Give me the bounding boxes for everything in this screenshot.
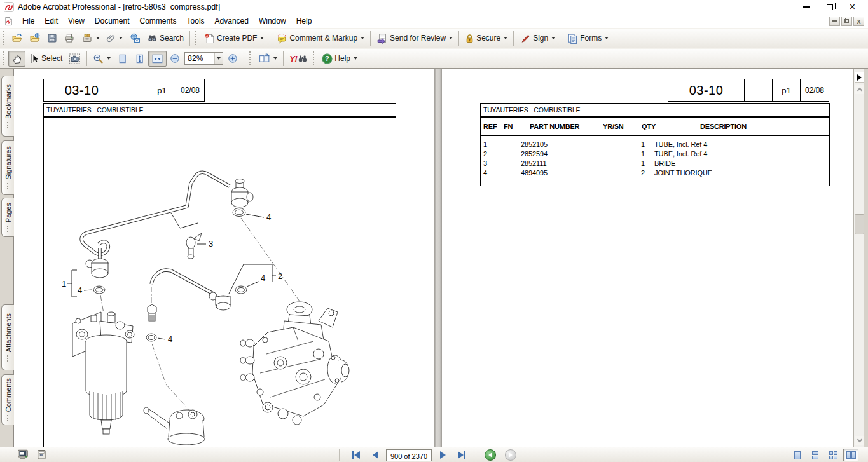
- search-button[interactable]: Search: [144, 31, 187, 46]
- zoom-level-caret[interactable]: [214, 53, 223, 64]
- back-arrow-icon: [488, 452, 492, 458]
- hand-tool-button[interactable]: [8, 51, 25, 67]
- open-button[interactable]: [8, 31, 26, 46]
- page-indicator-input[interactable]: [387, 451, 431, 461]
- attach-dropdown-caret: [119, 37, 123, 39]
- document-area[interactable]: 03-10 p1 02/08 TUYAUTERIES - COMBUSTIBLE: [14, 69, 853, 447]
- create-pdf-button[interactable]: Create PDF: [201, 31, 267, 46]
- open-folder-icon: [11, 33, 23, 43]
- fit-page-icon: [134, 53, 145, 64]
- menu-comments[interactable]: Comments: [135, 15, 182, 27]
- menu-advanced[interactable]: Advanced: [210, 15, 254, 27]
- print-button[interactable]: [60, 31, 78, 46]
- continuous-icon: [812, 451, 818, 459]
- next-page-button[interactable]: [436, 449, 450, 461]
- doc-restore-button[interactable]: [841, 17, 852, 26]
- comment-markup-caret: [361, 37, 364, 39]
- callout-4: 4: [266, 212, 271, 222]
- fit-page-button[interactable]: [131, 51, 148, 67]
- single-page-button[interactable]: [790, 449, 805, 461]
- toolbar-grip[interactable]: [3, 31, 5, 45]
- forms-button[interactable]: Forms: [564, 31, 612, 46]
- email-globe-icon: [129, 33, 141, 43]
- menu-help[interactable]: Help: [291, 15, 317, 27]
- menu-document[interactable]: Document: [90, 15, 135, 27]
- doc-minimize-button[interactable]: [829, 17, 840, 26]
- page-divider: [434, 69, 442, 447]
- zoom-out-button[interactable]: [167, 51, 183, 66]
- yahoo-search-button[interactable]: Y!: [286, 53, 310, 65]
- pdf-page-left: 03-10 p1 02/08 TUYAUTERIES - COMBUSTIBLE: [14, 69, 434, 447]
- previous-page-button[interactable]: [368, 449, 382, 461]
- send-review-button[interactable]: Send for Review: [373, 31, 456, 46]
- zoom-level-combo: [184, 52, 223, 65]
- continuous-facing-button[interactable]: [825, 449, 841, 461]
- pen-icon: [520, 33, 531, 43]
- send-review-caret: [449, 37, 453, 39]
- email-button[interactable]: [126, 31, 144, 46]
- zoom-level-input[interactable]: [185, 54, 214, 63]
- toolbar-grip[interactable]: [313, 51, 315, 65]
- save-button[interactable]: [44, 31, 60, 46]
- fullscreen-button[interactable]: [17, 449, 29, 462]
- scroll-down-button[interactable]: [855, 436, 864, 445]
- continuous-button[interactable]: [808, 449, 823, 461]
- menu-window[interactable]: Window: [254, 15, 291, 27]
- title-bar: Adobe Acrobat Professional - [retro-580s…: [0, 0, 868, 14]
- page-display-button[interactable]: [255, 51, 280, 67]
- restore-button[interactable]: [827, 4, 833, 10]
- monitor-icon: [17, 449, 29, 460]
- actual-size-button[interactable]: [114, 51, 131, 67]
- toolbar-grip[interactable]: [249, 51, 252, 65]
- first-page-button[interactable]: [349, 449, 363, 461]
- forward-arrow-icon: [509, 452, 513, 458]
- select-tool-button[interactable]: Select: [25, 51, 65, 66]
- binoculars-icon: [147, 33, 158, 43]
- zoom-tool-button[interactable]: [90, 51, 114, 67]
- zoom-in-button[interactable]: [224, 51, 241, 66]
- comment-bubble-icon: [276, 33, 287, 44]
- previous-view-button[interactable]: [485, 449, 496, 461]
- tab-pages[interactable]: Pages: [1, 198, 14, 237]
- help-button[interactable]: ?Help: [319, 51, 361, 67]
- forms-label: Forms: [580, 34, 602, 43]
- menu-file[interactable]: File: [17, 15, 39, 27]
- diagram-frame: 4 4 1: [43, 117, 396, 447]
- facing-pages-button[interactable]: [843, 449, 858, 461]
- tab-bookmarks[interactable]: Bookmarks: [1, 76, 14, 137]
- toolbar-grip[interactable]: [195, 31, 198, 45]
- doc-close-button[interactable]: x: [853, 17, 864, 26]
- scroll-up-button[interactable]: [855, 85, 864, 94]
- tab-comments[interactable]: Comments: [1, 374, 14, 425]
- tab-attachments[interactable]: Attachments: [1, 304, 14, 370]
- comment-markup-button[interactable]: Comment & Markup: [273, 31, 368, 46]
- tab-signatures[interactable]: Signatures: [1, 140, 14, 195]
- vertical-scrollbar[interactable]: [853, 69, 864, 447]
- menu-tools[interactable]: Tools: [182, 15, 210, 27]
- revision-date: 02/08: [176, 79, 205, 102]
- next-view-button[interactable]: [505, 449, 516, 461]
- snapshot-button[interactable]: [65, 51, 84, 67]
- secure-button[interactable]: Secure: [462, 31, 511, 46]
- scrollbar-thumb[interactable]: [855, 214, 864, 234]
- page-header-table: 03-10 p1 02/08: [43, 79, 205, 102]
- yahoo-binoculars-icon: [298, 55, 307, 63]
- window-title: Adobe Acrobat Professional - [retro-580s…: [18, 3, 803, 11]
- fit-width-button[interactable]: [148, 51, 167, 67]
- menu-edit[interactable]: Edit: [39, 15, 63, 27]
- pane-toggle-button[interactable]: [855, 72, 864, 83]
- page-size-icon: [36, 449, 47, 460]
- page-size-button[interactable]: [36, 449, 47, 462]
- organizer-button[interactable]: [78, 31, 103, 46]
- toolbar-grip[interactable]: [3, 51, 5, 65]
- chevron-down-icon: [857, 437, 862, 442]
- last-page-button[interactable]: [455, 449, 469, 461]
- minimize-button[interactable]: [803, 6, 810, 8]
- close-button[interactable]: ×: [850, 3, 855, 11]
- menu-view[interactable]: View: [63, 15, 90, 27]
- sign-button[interactable]: Sign: [516, 31, 558, 46]
- open-web-button[interactable]: [26, 31, 44, 46]
- page-code: p1: [772, 79, 801, 102]
- navigation-tab-strip: Bookmarks Signatures Pages Attachments C…: [0, 69, 14, 447]
- attach-button[interactable]: [103, 31, 126, 46]
